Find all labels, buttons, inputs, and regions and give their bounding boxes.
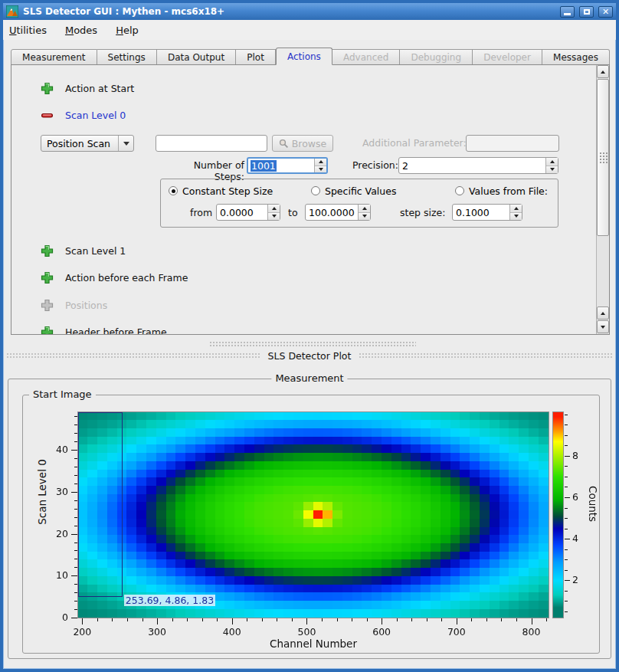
add-plus-icon <box>41 82 54 95</box>
scrollbar-thumb[interactable] <box>597 79 609 236</box>
spin-down-button[interactable] <box>546 166 558 174</box>
scan-level-1-row[interactable]: Scan Level 1 <box>41 244 126 257</box>
additional-parameter-input <box>466 135 559 152</box>
y-tick-label: 0 <box>41 611 68 623</box>
precision-value[interactable] <box>399 158 545 173</box>
minimize-icon <box>564 13 571 15</box>
positions-row: Positions <box>41 298 107 312</box>
spin-down-button[interactable] <box>510 213 522 221</box>
scan-mode-combobox[interactable]: Position Scan <box>41 135 134 152</box>
browse-label: Browse <box>292 138 327 149</box>
arrow-down-icon <box>319 168 323 171</box>
vertical-scrollbar[interactable] <box>596 65 609 334</box>
chevron-down-icon <box>123 142 129 146</box>
to-spinbox[interactable] <box>305 204 371 221</box>
precision-spin-buttons <box>545 158 558 173</box>
tab-developer: Developer <box>473 49 542 65</box>
scan-level-0-row[interactable]: Scan Level 0 <box>41 108 126 122</box>
spin-down-button[interactable] <box>359 213 370 221</box>
menu-modes[interactable]: Modes <box>65 25 97 36</box>
tab-messages[interactable]: Messages <box>542 49 610 65</box>
radio-values-from-file[interactable]: Values from File: <box>455 185 548 196</box>
from-value[interactable] <box>217 205 267 220</box>
menu-utilities[interactable]: Utilities <box>9 25 47 36</box>
radio-button-icon[interactable] <box>169 186 178 195</box>
header-before-frame-row[interactable]: Header before Frame <box>41 325 167 335</box>
scan-level-1-label: Scan Level 1 <box>65 245 126 257</box>
browse-button: Browse <box>272 135 333 152</box>
scroll-up-button[interactable] <box>597 65 609 78</box>
scroll-up-button-2[interactable] <box>597 306 609 320</box>
measurement-group: Measurement Start Image Scan Level 0 253… <box>8 379 611 659</box>
radio-constant-step-size[interactable]: Constant Step Size <box>169 185 273 196</box>
menu-help[interactable]: Help <box>116 25 139 36</box>
precision-spinbox[interactable] <box>398 157 558 174</box>
tab-actions[interactable]: Actions <box>276 48 332 65</box>
maximize-button[interactable] <box>579 6 594 18</box>
arrow-up-icon <box>272 207 277 210</box>
step-size-spin-buttons <box>509 205 522 220</box>
app-window: SLS Detector GUI : Mythen - mcs6x18+ ✕ U… <box>0 0 619 672</box>
step-size-label: step size: <box>400 207 445 218</box>
radio-specific-values[interactable]: Specific Values <box>311 185 396 196</box>
radio-button-icon[interactable] <box>311 186 320 195</box>
minimize-button[interactable] <box>560 6 575 18</box>
tab-advanced: Advanced <box>332 49 400 65</box>
x-tick-label: 400 <box>217 626 247 638</box>
tab-measurement[interactable]: Measurement <box>11 49 97 65</box>
zoom-selection-rect[interactable] <box>78 412 123 597</box>
splitter-handle[interactable] <box>209 341 416 347</box>
tab-settings[interactable]: Settings <box>97 49 157 65</box>
tab-data-output[interactable]: Data Output <box>157 49 236 65</box>
action-before-frame-row[interactable]: Action before each Frame <box>41 270 188 284</box>
step-size-value[interactable] <box>453 205 509 220</box>
from-spinbox[interactable] <box>216 204 280 221</box>
tab-plot[interactable]: Plot <box>236 49 276 65</box>
steps-row: Number of Steps: 1001 Precision: <box>11 157 609 174</box>
spin-down-button[interactable] <box>268 213 280 221</box>
colorbar-canvas <box>553 412 563 618</box>
plot-dock-titlebar: SLS Detector Plot <box>6 349 613 362</box>
scan-widgets-row: Position Scan Browse Additional Paramete… <box>11 135 609 152</box>
y-tick-label: 20 <box>41 528 68 539</box>
colorbar-label: Counts <box>587 486 599 532</box>
tab-bar: Measurement Settings Data Output Plot Ac… <box>11 48 610 65</box>
start-image-group: Start Image Scan Level 0 253.69, 4.86, 1… <box>22 395 600 654</box>
add-plus-icon <box>41 271 54 284</box>
arrow-down-icon <box>362 215 367 218</box>
to-value[interactable] <box>306 205 358 220</box>
window-title: SLS Detector GUI : Mythen - mcs6x18+ <box>23 6 555 17</box>
step-mode-groupbox: Constant Step Size Specific Values Value… <box>160 179 558 228</box>
app-icon <box>6 5 18 18</box>
action-at-start-row[interactable]: Action at Start <box>41 81 134 95</box>
y-tick-label: 10 <box>41 569 68 581</box>
radio-button-icon[interactable] <box>455 186 464 195</box>
x-tick-label: 500 <box>291 626 322 638</box>
arrow-up-icon <box>601 312 605 315</box>
radio-specific-label: Specific Values <box>325 185 396 197</box>
from-label: from <box>190 207 212 218</box>
colorbar-tick-label: 6 <box>572 491 588 503</box>
scroll-down-button[interactable] <box>597 320 609 333</box>
close-button[interactable]: ✕ <box>598 6 613 18</box>
add-plus-icon <box>41 326 54 336</box>
positions-label: Positions <box>65 300 107 311</box>
heatmap-canvas[interactable] <box>78 412 549 618</box>
spin-up-button[interactable] <box>546 158 558 166</box>
title-bar: SLS Detector GUI : Mythen - mcs6x18+ ✕ <box>3 3 616 20</box>
spin-up-button[interactable] <box>510 205 522 213</box>
spin-up-button[interactable] <box>359 205 370 213</box>
script-path-input[interactable] <box>156 135 267 152</box>
number-of-steps-spin-buttons <box>314 159 326 172</box>
combobox-arrow[interactable] <box>118 136 133 151</box>
colorbar-tick-label: 8 <box>572 450 588 461</box>
colorbar-tick-label: 4 <box>572 533 588 544</box>
scan-level-0-label: Scan Level 0 <box>65 110 126 121</box>
number-of-steps-value: 1001 <box>251 160 277 172</box>
y-tick-label: 40 <box>41 444 68 455</box>
number-of-steps-spinbox[interactable]: 1001 <box>247 157 328 174</box>
step-size-spinbox[interactable] <box>452 204 522 221</box>
spin-down-button[interactable] <box>315 166 326 173</box>
spin-up-button[interactable] <box>315 159 326 166</box>
spin-up-button[interactable] <box>268 205 280 213</box>
